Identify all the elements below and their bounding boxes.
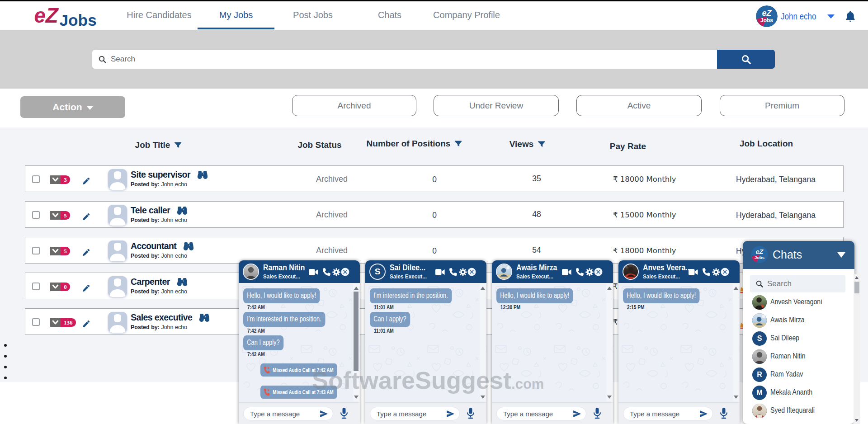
- scrollbar-thumb[interactable]: [354, 292, 359, 371]
- job-title[interactable]: Sales executive: [131, 312, 192, 323]
- chat-scrollbar[interactable]: [353, 284, 359, 401]
- scroll-down-arrow-icon[interactable]: [481, 396, 485, 399]
- action-button[interactable]: Action: [20, 96, 125, 118]
- edit-job-icon[interactable]: [82, 284, 90, 294]
- video-call-icon[interactable]: [309, 269, 318, 277]
- search-button[interactable]: [717, 50, 775, 69]
- collapse-caret-icon[interactable]: [837, 252, 845, 258]
- scroll-up-arrow-icon[interactable]: [734, 287, 738, 290]
- scroll-down-arrow-icon[interactable]: [354, 396, 359, 399]
- filter-under-review[interactable]: Under Review: [434, 95, 559, 116]
- message-input[interactable]: Type a message: [623, 407, 713, 420]
- notification-bell-icon[interactable]: [845, 10, 856, 23]
- view-applicants-icon[interactable]: [198, 313, 210, 322]
- mic-icon[interactable]: [593, 407, 601, 422]
- user-dropdown-caret-icon[interactable]: [827, 14, 835, 19]
- chat-scrollbar[interactable]: [480, 284, 486, 401]
- scroll-up-arrow-icon[interactable]: [481, 287, 485, 290]
- chats-panel-header[interactable]: eZ Jobs Chats: [743, 241, 854, 269]
- scroll-down-arrow-icon[interactable]: [734, 396, 738, 399]
- filter-icon[interactable]: [454, 141, 462, 147]
- scrollbar-thumb[interactable]: [854, 282, 859, 293]
- contact-syed-iftequarali[interactable]: Syed Iftequarali: [743, 402, 854, 420]
- settings-icon[interactable]: [332, 268, 340, 278]
- applicants-expander[interactable]: 3: [50, 175, 70, 184]
- nav-company-profile[interactable]: Company Profile: [421, 1, 512, 28]
- message-input[interactable]: Type a message: [370, 407, 460, 420]
- contact-raman-nitin[interactable]: Raman Nitin: [743, 348, 854, 366]
- contact-ram-yadav[interactable]: R Ram Yadav: [743, 366, 854, 384]
- close-chat-icon[interactable]: [594, 268, 603, 278]
- chat-scrollbar[interactable]: [733, 284, 739, 401]
- contact-sai-dileep[interactable]: S Sai Dileep: [743, 330, 854, 348]
- contacts-search-input[interactable]: Search: [750, 275, 845, 292]
- chat-header[interactable]: Raman Nitin Sales Execut...: [239, 260, 360, 283]
- scroll-up-arrow-icon[interactable]: [354, 287, 359, 290]
- filter-icon[interactable]: [174, 142, 181, 148]
- video-call-icon[interactable]: [562, 269, 571, 277]
- message-input[interactable]: Type a message: [496, 407, 586, 420]
- scroll-down-arrow-icon[interactable]: [607, 396, 612, 399]
- col-header-positions[interactable]: Number of Positions: [367, 139, 462, 149]
- close-chat-icon[interactable]: [467, 268, 476, 278]
- filter-active[interactable]: Active: [576, 95, 702, 116]
- user-avatar[interactable]: eZ Jobs: [756, 5, 778, 27]
- close-chat-icon[interactable]: [721, 268, 729, 278]
- contact-mekala-ananth[interactable]: M Mekala Ananth: [743, 384, 854, 402]
- chat-header[interactable]: S Sai Dilee... Sales Execut...: [365, 260, 486, 283]
- user-name[interactable]: John echo: [781, 11, 816, 22]
- job-title[interactable]: Carpenter: [131, 277, 170, 287]
- view-applicants-icon[interactable]: [197, 170, 208, 179]
- video-call-icon[interactable]: [689, 269, 698, 277]
- send-icon[interactable]: [699, 410, 708, 418]
- send-icon[interactable]: [446, 410, 455, 418]
- row-checkbox[interactable]: [32, 175, 40, 183]
- video-call-icon[interactable]: [435, 269, 445, 277]
- edit-job-icon[interactable]: [82, 213, 90, 222]
- job-title[interactable]: Site supervisor: [131, 170, 190, 180]
- row-checkbox[interactable]: [32, 211, 40, 219]
- edit-job-icon[interactable]: [82, 249, 90, 258]
- edit-job-icon[interactable]: [82, 177, 90, 187]
- settings-icon[interactable]: [585, 268, 594, 278]
- chat-scrollbar[interactable]: [606, 284, 612, 401]
- ezjobs-logo[interactable]: eZ Jobs: [34, 4, 98, 29]
- view-applicants-icon[interactable]: [183, 242, 194, 251]
- voice-call-icon[interactable]: [703, 268, 710, 278]
- job-title[interactable]: Tele caller: [131, 205, 170, 216]
- voice-call-icon[interactable]: [323, 268, 330, 278]
- applicants-expander[interactable]: 0: [50, 283, 70, 291]
- view-applicants-icon[interactable]: [176, 206, 188, 215]
- edit-job-icon[interactable]: [82, 320, 90, 330]
- filter-archived[interactable]: Archived: [292, 95, 416, 116]
- contact-anvesh-veeragoni[interactable]: Anvesh Veeragoni: [743, 293, 854, 311]
- close-chat-icon[interactable]: [341, 268, 349, 278]
- scroll-up-arrow-icon[interactable]: [855, 276, 859, 279]
- view-applicants-icon[interactable]: [176, 278, 188, 287]
- settings-icon[interactable]: [712, 268, 720, 278]
- job-title[interactable]: Accountant: [131, 241, 176, 251]
- col-header-views[interactable]: Views: [509, 139, 545, 149]
- row-checkbox[interactable]: [32, 318, 40, 326]
- applicants-expander[interactable]: 5: [50, 211, 70, 220]
- chat-header[interactable]: Awais Mirza Sales Execut...: [492, 260, 613, 283]
- message-input[interactable]: Type a message: [243, 407, 333, 420]
- filter-premium[interactable]: Premium: [720, 95, 844, 116]
- applicants-expander[interactable]: 136: [50, 318, 76, 327]
- applicants-expander[interactable]: 5: [50, 247, 70, 255]
- mic-icon[interactable]: [720, 407, 728, 422]
- voice-call-icon[interactable]: [449, 268, 457, 278]
- send-icon[interactable]: [573, 410, 581, 418]
- settings-icon[interactable]: [459, 268, 467, 278]
- row-checkbox[interactable]: [32, 247, 40, 254]
- scroll-down-arrow-icon[interactable]: [855, 419, 859, 422]
- row-checkbox[interactable]: [32, 283, 40, 290]
- mic-icon[interactable]: [467, 407, 475, 422]
- filter-icon[interactable]: [538, 141, 545, 147]
- send-icon[interactable]: [320, 410, 328, 418]
- contact-awais-mirza[interactable]: Awais Mirza: [743, 311, 854, 330]
- voice-call-icon[interactable]: [576, 268, 584, 278]
- scroll-up-arrow-icon[interactable]: [607, 287, 612, 290]
- search-input[interactable]: Search: [92, 50, 717, 69]
- mic-icon[interactable]: [340, 407, 348, 422]
